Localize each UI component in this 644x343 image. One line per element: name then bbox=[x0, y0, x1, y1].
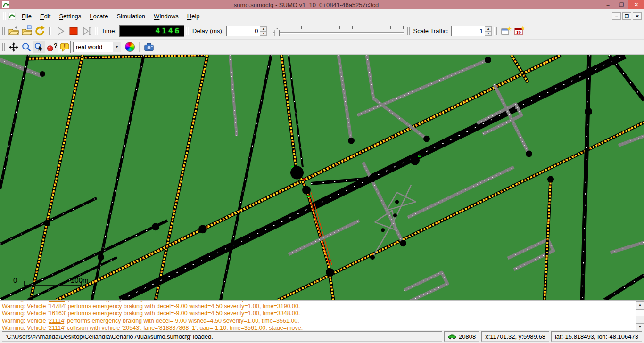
reload-button[interactable] bbox=[33, 24, 47, 38]
toolbar-grip[interactable] bbox=[49, 27, 52, 35]
recenter-view-button[interactable] bbox=[7, 41, 20, 53]
slider-track[interactable] bbox=[273, 32, 404, 34]
zoom-button[interactable] bbox=[20, 41, 33, 53]
menu-locate[interactable]: Locate bbox=[85, 10, 112, 22]
traffic-signal bbox=[303, 178, 306, 179]
junction[interactable] bbox=[395, 200, 399, 204]
scale-distance-label: 100m bbox=[71, 276, 88, 284]
junction[interactable] bbox=[290, 166, 304, 180]
junction[interactable] bbox=[40, 71, 45, 77]
junction[interactable] bbox=[393, 213, 397, 217]
statusbar: 'C:\Users\¤Amanda\Desktop\Ceilandia\Cená… bbox=[0, 330, 644, 343]
message-log[interactable]: Warning: Vehicle '13762' performs emerge… bbox=[0, 300, 644, 330]
toolbar-grip[interactable] bbox=[494, 27, 497, 35]
scale-traffic-spinner[interactable]: 1 ▲ ▼ bbox=[451, 26, 492, 36]
junction[interactable] bbox=[348, 138, 355, 144]
mdi-minimize-button[interactable]: – bbox=[612, 12, 621, 20]
vehicle-id-link[interactable]: 21114 bbox=[49, 318, 64, 324]
toolbar-separator bbox=[139, 42, 140, 52]
junction[interactable] bbox=[547, 176, 554, 183]
junction[interactable] bbox=[381, 228, 385, 232]
edit-coloring-button[interactable] bbox=[124, 41, 136, 53]
menu-simulation[interactable]: Simulation bbox=[112, 10, 149, 22]
open-network-button[interactable] bbox=[20, 24, 33, 38]
junction[interactable] bbox=[585, 108, 592, 115]
close-button[interactable]: ✕ bbox=[628, 0, 644, 9]
scroll-up-icon[interactable]: ▲ bbox=[636, 301, 644, 308]
step-button[interactable] bbox=[80, 24, 93, 38]
delay-down-icon[interactable]: ▼ bbox=[260, 31, 267, 36]
log-scrollbar[interactable]: ▲ ▼ bbox=[636, 301, 644, 330]
junction[interactable] bbox=[423, 136, 430, 142]
new-view-button[interactable] bbox=[499, 24, 512, 38]
status-message: 'C:\Users\¤Amanda\Desktop\Ceilandia\Cená… bbox=[2, 331, 442, 342]
vehicle-id-link[interactable]: 16163 bbox=[49, 310, 65, 317]
junction[interactable] bbox=[302, 186, 311, 194]
mdi-restore-button[interactable]: ❐ bbox=[622, 12, 631, 20]
vehicle-id-link[interactable]: 14784 bbox=[49, 303, 65, 310]
vehicle-id-link[interactable]: 21114 bbox=[49, 325, 64, 330]
junction[interactable] bbox=[152, 223, 159, 230]
junction[interactable] bbox=[198, 225, 207, 233]
junction[interactable] bbox=[326, 268, 334, 277]
toolbar-grip[interactable] bbox=[407, 27, 410, 35]
window-title: sumo.sumocfg - SUMO v1_10_0+0841-46a5257… bbox=[11, 1, 601, 8]
show-messages-button[interactable]: ! bbox=[58, 41, 71, 53]
vehicle-id-link[interactable]: 13762 bbox=[49, 300, 65, 302]
sumo-logo-icon bbox=[2, 1, 9, 8]
delay-value[interactable]: 0 bbox=[227, 26, 260, 36]
delay-spinner[interactable]: 0 ▲ ▼ bbox=[226, 26, 267, 36]
toolbar-grip[interactable] bbox=[186, 27, 190, 35]
menu-settings[interactable]: Settings bbox=[55, 10, 85, 22]
junction[interactable] bbox=[526, 151, 532, 157]
simulation-toolbar: Time: 4146 Delay (ms): 0 ▲ ▼ Scale Traff… bbox=[0, 23, 644, 40]
zoom-select-button[interactable] bbox=[33, 41, 45, 53]
delay-slider[interactable] bbox=[272, 25, 405, 37]
junction[interactable] bbox=[410, 156, 420, 165]
color-wheel-icon bbox=[125, 42, 135, 52]
junction[interactable] bbox=[369, 175, 376, 182]
scale-down-icon[interactable]: ▼ bbox=[485, 31, 492, 36]
slider-thumb[interactable] bbox=[274, 28, 280, 36]
svg-text:!: ! bbox=[64, 43, 66, 49]
open-config-button[interactable] bbox=[7, 24, 20, 38]
stop-button[interactable] bbox=[67, 24, 80, 38]
menu-windows[interactable]: Windows bbox=[149, 10, 183, 22]
traffic-signal bbox=[307, 196, 311, 197]
restore-button[interactable]: ❐ bbox=[615, 0, 628, 9]
toolbar-grip[interactable] bbox=[3, 12, 7, 20]
screenshot-button[interactable] bbox=[142, 41, 155, 53]
scroll-down-icon[interactable]: ▼ bbox=[636, 323, 644, 330]
toolbar-grip[interactable] bbox=[95, 27, 99, 35]
minimize-button[interactable]: – bbox=[601, 0, 615, 9]
scale-traffic-value[interactable]: 1 bbox=[452, 26, 485, 36]
titlebar[interactable]: sumo.sumocfg - SUMO v1_10_0+0841-46a5257… bbox=[0, 0, 644, 9]
magnifier-icon bbox=[21, 42, 32, 52]
junction[interactable] bbox=[98, 254, 104, 261]
junction[interactable] bbox=[370, 255, 375, 260]
vehicle-id-link[interactable]: 20543 bbox=[123, 325, 139, 330]
map-view[interactable]: 0 100m bbox=[0, 55, 644, 300]
time-schedule-button[interactable]: 30 bbox=[512, 24, 526, 38]
vehicle-count-panel[interactable]: 20808 bbox=[444, 331, 479, 342]
svg-text:30: 30 bbox=[516, 30, 521, 34]
junction[interactable] bbox=[44, 220, 50, 226]
junction[interactable] bbox=[400, 240, 406, 246]
scale-up-icon[interactable]: ▲ bbox=[485, 26, 492, 31]
coloring-scheme-value[interactable]: real world bbox=[74, 42, 113, 52]
locate-junction-button[interactable]: ? bbox=[45, 41, 58, 53]
delay-up-icon[interactable]: ▲ bbox=[260, 26, 267, 31]
menu-edit[interactable]: Edit bbox=[36, 10, 55, 22]
coloring-scheme-combobox[interactable]: real world ▼ bbox=[73, 42, 121, 52]
scrollbar-thumb[interactable] bbox=[636, 309, 644, 316]
combobox-dropdown-icon[interactable]: ▼ bbox=[113, 42, 121, 52]
toolbar-grip[interactable] bbox=[2, 27, 5, 35]
menu-file[interactable]: File bbox=[17, 10, 36, 22]
map-canvas[interactable]: 0 100m bbox=[0, 55, 644, 300]
junction[interactable] bbox=[485, 57, 491, 63]
mdi-close-button[interactable]: ✕ bbox=[633, 12, 642, 20]
scale-start-label: 0 bbox=[13, 276, 17, 284]
menu-help[interactable]: Help bbox=[183, 10, 204, 22]
play-button[interactable] bbox=[54, 24, 67, 38]
toolbar-grip[interactable] bbox=[2, 43, 5, 51]
